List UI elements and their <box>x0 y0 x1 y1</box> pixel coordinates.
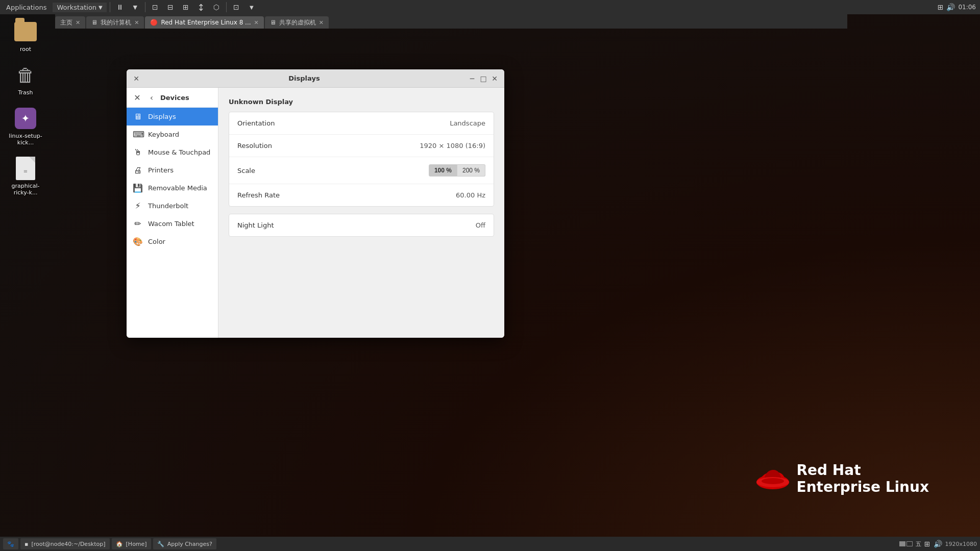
graphical-file-icon: ≡ <box>16 157 35 180</box>
home-folder-icon <box>14 22 37 41</box>
wacom-icon: ✏ <box>133 219 143 229</box>
mouse-icon: 🖱 <box>133 147 143 157</box>
night-light-card[interactable]: Night Light Off <box>229 214 494 237</box>
taskbar-network-icon[interactable]: ⊞ <box>924 540 930 548</box>
desktop-icon-root[interactable]: root <box>5 19 46 53</box>
sidebar-item-color[interactable]: 🎨 Color <box>127 233 218 251</box>
night-light-label: Night Light <box>237 221 476 229</box>
linux-setup-icon: ✦ <box>15 108 36 129</box>
topbar-screen-btn2[interactable]: ⊟ <box>164 1 177 13</box>
refresh-rate-value: 60.00 Hz <box>456 191 485 199</box>
sidebar-item-color-label: Color <box>148 238 165 245</box>
redhat-text: Red Hat Enterprise Linux <box>797 462 929 496</box>
orientation-row: Orientation Landscape <box>229 112 494 135</box>
sidebar-item-mouse[interactable]: 🖱 Mouse & Touchpad <box>127 143 218 161</box>
topbar-screen-btn4[interactable]: ↕ <box>194 1 208 13</box>
paw-icon: 🐾 <box>7 541 14 547</box>
taskbar-layout-label: 五 <box>916 540 921 548</box>
settings-window: ✕ Displays ─ □ ✕ ✕ ‹ Devices 🖥 Display <box>127 69 504 338</box>
desktop-icons: root 🗑 Trash ✦ linux-setup-kick... ≡ gra… <box>5 19 46 196</box>
window-close-btn2[interactable]: ✕ <box>489 73 500 84</box>
resolution-row: Resolution 980 × 551 (16:9) <box>229 135 494 157</box>
files-icon: 🏠 <box>116 541 123 547</box>
window-title: Displays <box>142 74 467 82</box>
sidebar-item-displays[interactable]: 🖥 Displays <box>127 108 218 126</box>
sidebar-close-btn[interactable]: ✕ <box>132 92 143 103</box>
scale-100-btn[interactable]: 100 % <box>429 164 457 177</box>
topbar-screen-btn3[interactable]: ⊞ <box>179 1 192 13</box>
layout-rect2 <box>906 541 913 546</box>
topbar-right: ⊞ 🔊 01:06 <box>938 0 980 14</box>
resolution-value: 980 × 551 (16:9) <box>420 142 485 149</box>
printers-icon: 🖨 <box>133 165 143 175</box>
topbar: Applications Workstation ▼ ⏸ ▼ ⊡ ⊟ ⊞ ↕ ⬡… <box>0 0 980 14</box>
volume-icon[interactable]: 🔊 <box>946 3 955 11</box>
redhat-line1: Red Hat <box>797 462 929 479</box>
linux-setup-label: linux-setup-kick... <box>5 133 46 146</box>
sidebar-item-thunderbolt-label: Thunderbolt <box>148 202 188 210</box>
topbar-divider2 <box>145 2 145 12</box>
topbar-layout-btn[interactable]: ⊡ <box>230 1 243 13</box>
app-menu[interactable]: Applications <box>2 3 51 12</box>
scale-buttons: 100 % 200 % <box>429 164 485 177</box>
orientation-value: Landscape <box>450 119 485 127</box>
sidebar-item-wacom-label: Wacom Tablet <box>148 220 194 228</box>
sidebar-header: ✕ ‹ Devices <box>127 88 218 108</box>
desktop-icon-trash[interactable]: 🗑 Trash <box>5 63 46 96</box>
display-settings-card: Orientation Landscape Resolution 1920 × … <box>229 112 494 207</box>
workstation-label: Workstation <box>57 4 96 11</box>
sidebar-item-mouse-label: Mouse & Touchpad <box>148 148 210 156</box>
taskbar-item-terminal[interactable]: ▪ [root@node40:~/Desktop] <box>20 538 110 549</box>
sidebar-back-btn[interactable]: ‹ <box>146 92 157 103</box>
scale-label: Scale <box>237 167 429 174</box>
desktop-icon-graphical[interactable]: ≡ graphical-ricky-k... <box>5 156 46 196</box>
sidebar-item-wacom[interactable]: ✏ Wacom Tablet <box>127 215 218 233</box>
sidebar-item-displays-label: Displays <box>148 113 176 120</box>
taskbar-item-paw[interactable]: 🐾 <box>3 538 18 549</box>
display-section-title: Unknown Display <box>229 98 494 106</box>
night-light-value: Off <box>476 221 485 229</box>
taskbar-terminal-label: [root@node40:~/Desktop] <box>31 541 105 547</box>
topbar-screen-btn[interactable]: ⊡ <box>149 1 162 13</box>
dropdown-icon: ▼ <box>99 5 103 10</box>
night-light-row: Night Light Off <box>229 214 494 236</box>
scale-200-btn[interactable]: 200 % <box>457 164 485 177</box>
topbar-layout-btn2[interactable]: ▼ <box>245 1 258 13</box>
taskbar-item-apply[interactable]: 🔧 Apply Changes? <box>153 538 216 549</box>
taskbar-time-display: 980x551 <box>945 541 977 547</box>
resolution-label: Resolution <box>237 142 420 149</box>
displays-icon: 🖥 <box>133 112 143 121</box>
taskbar-home-label: [Home] <box>126 541 147 547</box>
paint-icon: 🔧 <box>157 541 164 547</box>
network-icon[interactable]: ⊞ <box>938 3 944 11</box>
sidebar-item-thunderbolt[interactable]: ⚡ Thunderbolt <box>127 197 218 215</box>
layout-icon[interactable] <box>899 541 913 546</box>
svg-point-2 <box>762 478 784 484</box>
window-close-btn[interactable]: ✕ <box>131 73 142 84</box>
refresh-rate-row: Refresh Rate 60.00 Hz <box>229 184 494 206</box>
sidebar-item-removable[interactable]: 💾 Removable Media <box>127 179 218 197</box>
redhat-line2: Enterprise Linux <box>797 479 929 496</box>
sidebar-item-removable-label: Removable Media <box>148 184 207 192</box>
linux-setup-icon-img: ✦ <box>13 106 38 131</box>
clock: 01:06 <box>958 4 976 11</box>
taskbar-item-home[interactable]: 🏠 [Home] <box>112 538 151 549</box>
window-maximize-btn[interactable]: □ <box>478 73 489 84</box>
refresh-rate-label: Refresh Rate <box>237 191 456 199</box>
window-minimize-btn[interactable]: ─ <box>467 73 478 84</box>
window-body: ✕ ‹ Devices 🖥 Displays ⌨ Keyboard 🖱 Mous… <box>127 88 504 338</box>
topbar-send-btn[interactable]: ⬡ <box>210 1 223 13</box>
taskbar-volume-icon[interactable]: 🔊 <box>934 540 942 548</box>
topbar-btn2[interactable]: ▼ <box>129 1 142 13</box>
terminal-icon: ▪ <box>24 541 28 547</box>
redhat-logo: Red Hat Enterprise Linux <box>755 462 929 496</box>
sidebar-item-printers[interactable]: 🖨 Printers <box>127 161 218 179</box>
color-icon: 🎨 <box>133 237 143 246</box>
desktop-icon-linux-setup[interactable]: ✦ linux-setup-kick... <box>5 106 46 146</box>
sidebar-section-title: Devices <box>160 94 189 102</box>
trash-icon-img: 🗑 <box>13 63 38 87</box>
pause-btn[interactable]: ⏸ <box>113 1 127 13</box>
taskbar-right: 五 ⊞ 🔊 980x551 <box>899 540 977 548</box>
sidebar-item-keyboard[interactable]: ⌨ Keyboard <box>127 126 218 143</box>
workstation-menu[interactable]: Workstation ▼ <box>53 3 106 12</box>
